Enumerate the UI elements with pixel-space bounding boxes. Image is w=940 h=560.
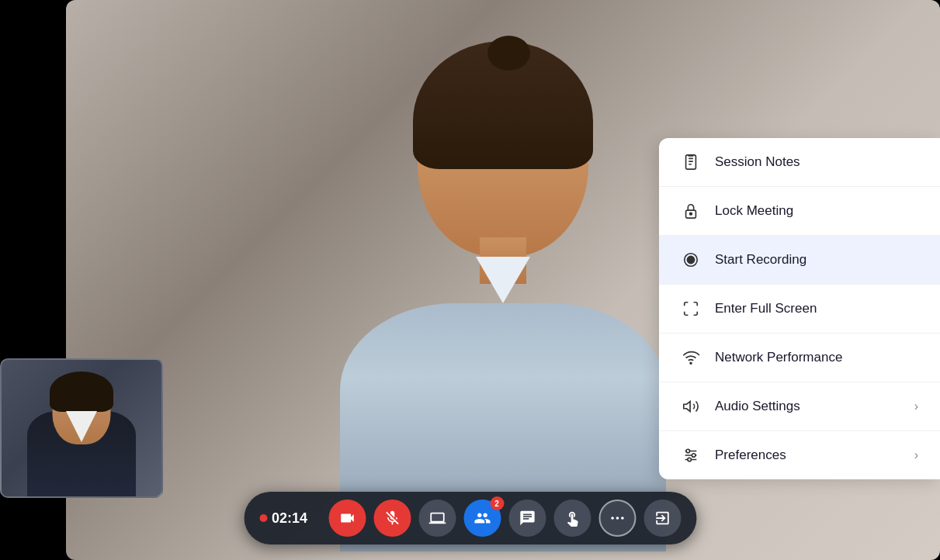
preferences-label: Preferences <box>715 448 900 463</box>
svg-point-1 <box>616 517 619 520</box>
menu-item-session-notes[interactable]: Session Notes <box>659 138 940 187</box>
audio-settings-label: Audio Settings <box>715 399 900 414</box>
participants-badge: 2 <box>490 496 504 510</box>
recording-indicator <box>259 514 267 522</box>
reactions-button[interactable] <box>553 500 591 537</box>
video-toggle-button[interactable] <box>328 500 366 537</box>
chat-button[interactable] <box>508 500 546 537</box>
notes-icon <box>681 152 701 172</box>
lock-icon <box>681 201 701 221</box>
start-recording-label: Start Recording <box>715 252 918 268</box>
preferences-chevron: › <box>914 448 918 462</box>
menu-item-enter-fullscreen[interactable]: Enter Full Screen <box>659 285 940 334</box>
sliders-icon <box>681 445 701 465</box>
svg-rect-3 <box>686 155 696 169</box>
menu-item-network-performance[interactable]: Network Performance <box>659 334 940 382</box>
svg-marker-10 <box>684 402 690 412</box>
audio-settings-chevron: › <box>914 399 918 413</box>
enter-fullscreen-label: Enter Full Screen <box>715 301 918 316</box>
participants-button[interactable]: 2 <box>463 500 501 537</box>
menu-item-lock-meeting[interactable]: Lock Meeting <box>659 187 940 236</box>
leave-meeting-button[interactable] <box>643 500 681 537</box>
svg-point-16 <box>688 458 692 461</box>
svg-point-15 <box>692 454 695 458</box>
svg-point-2 <box>621 517 624 520</box>
svg-point-14 <box>686 449 690 453</box>
svg-rect-4 <box>688 154 693 157</box>
lock-meeting-label: Lock Meeting <box>715 203 918 219</box>
self-view-thumbnail <box>0 358 163 498</box>
record-icon <box>681 250 701 270</box>
network-performance-label: Network Performance <box>715 350 918 365</box>
svg-point-0 <box>611 517 614 520</box>
control-bar: 02:14 2 <box>244 492 696 544</box>
menu-item-preferences[interactable]: Preferences › <box>659 431 940 479</box>
svg-point-6 <box>690 213 692 215</box>
svg-point-9 <box>690 362 692 364</box>
speaker-icon <box>681 396 701 417</box>
more-options-button[interactable] <box>598 500 636 537</box>
wifi-icon <box>681 347 701 368</box>
context-menu: Session Notes Lock Meeting Start Recordi… <box>659 138 940 479</box>
menu-item-start-recording[interactable]: Start Recording <box>659 236 940 285</box>
menu-item-audio-settings[interactable]: Audio Settings › <box>659 382 940 431</box>
mic-toggle-button[interactable] <box>373 500 411 537</box>
timer-value: 02:14 <box>272 510 307 527</box>
meeting-timer: 02:14 <box>259 510 317 527</box>
self-view-person <box>19 361 144 496</box>
svg-point-8 <box>687 256 694 263</box>
session-notes-label: Session Notes <box>715 154 918 170</box>
fullscreen-icon <box>681 299 701 319</box>
share-screen-button[interactable] <box>418 500 456 537</box>
